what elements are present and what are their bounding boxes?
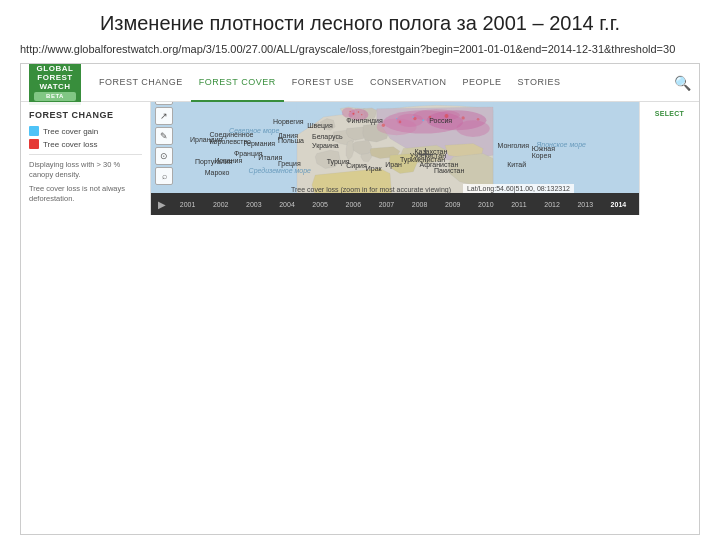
legend-gain-color bbox=[29, 126, 39, 136]
zoom-in-button[interactable]: + bbox=[155, 102, 173, 105]
legend-divider bbox=[29, 154, 142, 155]
legend-note1: Displaying loss with > 30 % canopy densi… bbox=[29, 160, 142, 180]
tree-cover-loss-label: Tree cover loss (zoom in for most accura… bbox=[291, 186, 451, 193]
draw-button[interactable]: ✎ bbox=[155, 127, 173, 145]
legend-gain: Tree cover gain bbox=[29, 126, 142, 136]
right-panel: SELECT bbox=[639, 102, 699, 215]
nav-people[interactable]: PEOPLE bbox=[455, 64, 510, 102]
year-2008[interactable]: 2008 bbox=[403, 201, 436, 208]
year-2003[interactable]: 2003 bbox=[237, 201, 270, 208]
timeline-play-button[interactable]: ▶ bbox=[155, 199, 169, 210]
svg-point-16 bbox=[382, 124, 385, 127]
timeline-bar: ▶ 2001 2002 2003 2004 2005 2006 2007 200… bbox=[151, 193, 639, 215]
year-2004[interactable]: 2004 bbox=[270, 201, 303, 208]
svg-point-11 bbox=[361, 114, 362, 115]
year-2010[interactable]: 2010 bbox=[469, 201, 502, 208]
sidebar-title: FOREST CHANGE bbox=[29, 110, 142, 120]
legend-gain-label: Tree cover gain bbox=[43, 127, 98, 136]
svg-point-17 bbox=[399, 121, 402, 124]
page-container: Изменение плотности лесного полога за 20… bbox=[0, 0, 720, 540]
legend-loss-color bbox=[29, 139, 39, 149]
svg-point-21 bbox=[461, 117, 464, 120]
svg-point-9 bbox=[352, 113, 354, 115]
year-2006[interactable]: 2006 bbox=[337, 201, 370, 208]
nav-forest-change[interactable]: FOREST CHANGE bbox=[91, 64, 191, 102]
nav-conservation[interactable]: CONSERVATION bbox=[362, 64, 455, 102]
year-2007[interactable]: 2007 bbox=[370, 201, 403, 208]
app-navbar: GLOBAL FOREST WATCH BETA FOREST CHANGE F… bbox=[21, 64, 699, 102]
svg-point-15 bbox=[422, 120, 424, 122]
year-2002[interactable]: 2002 bbox=[204, 201, 237, 208]
map-area[interactable]: Норвегия Швеция Финляндия Дания Ирландия… bbox=[151, 102, 639, 215]
coords-bar: Lat/Long:54.60|51.00, 08:132312 bbox=[463, 184, 574, 193]
url-text: http://www.globalforestwatch.org/map/3/1… bbox=[20, 43, 675, 55]
page-title: Изменение плотности лесного полога за 20… bbox=[20, 10, 700, 36]
left-sidebar: FOREST CHANGE Tree cover gain Tree cover… bbox=[21, 102, 151, 215]
svg-point-12 bbox=[349, 111, 350, 112]
year-2005[interactable]: 2005 bbox=[304, 201, 337, 208]
timeline-years: 2001 2002 2003 2004 2005 2006 2007 2008 … bbox=[171, 201, 635, 208]
camera-button[interactable]: ⊙ bbox=[155, 147, 173, 165]
legend-loss: Tree cover loss bbox=[29, 139, 142, 149]
legend-loss-label: Tree cover loss bbox=[43, 140, 97, 149]
svg-point-6 bbox=[413, 110, 460, 122]
year-2012[interactable]: 2012 bbox=[536, 201, 569, 208]
year-2014[interactable]: 2014 bbox=[602, 201, 635, 208]
legend-note2: Tree cover loss is not always deforestat… bbox=[29, 184, 142, 204]
map-search-button[interactable]: ⌕ bbox=[155, 167, 173, 185]
nav-forest-use[interactable]: FOREST USE bbox=[284, 64, 362, 102]
year-2009[interactable]: 2009 bbox=[436, 201, 469, 208]
map-controls: − + ↗ ✎ ⊙ ⌕ bbox=[155, 102, 173, 185]
map-wrapper: GLOBAL FOREST WATCH BETA FOREST CHANGE F… bbox=[20, 63, 700, 535]
right-panel-select[interactable]: SELECT bbox=[655, 110, 684, 117]
svg-point-18 bbox=[413, 117, 416, 120]
crosshair bbox=[419, 148, 433, 162]
map-content: FOREST CHANGE Tree cover gain Tree cover… bbox=[21, 102, 699, 215]
svg-point-10 bbox=[358, 112, 360, 114]
svg-point-8 bbox=[342, 108, 355, 118]
year-2001[interactable]: 2001 bbox=[171, 201, 204, 208]
share-button[interactable]: ↗ bbox=[155, 107, 173, 125]
year-2011[interactable]: 2011 bbox=[502, 201, 535, 208]
nav-stories[interactable]: STORIES bbox=[510, 64, 569, 102]
svg-point-20 bbox=[445, 114, 449, 118]
svg-point-22 bbox=[477, 118, 480, 121]
year-2013[interactable]: 2013 bbox=[569, 201, 602, 208]
app-logo: GLOBAL FOREST WATCH BETA bbox=[29, 63, 81, 105]
nav-items: FOREST CHANGE FOREST COVER FOREST USE CO… bbox=[91, 64, 674, 102]
title-section: Изменение плотности лесного полога за 20… bbox=[20, 10, 700, 36]
search-icon[interactable]: 🔍 bbox=[674, 75, 691, 91]
url-section: http://www.globalforestwatch.org/map/3/1… bbox=[20, 42, 700, 57]
svg-point-13 bbox=[396, 118, 397, 119]
svg-point-19 bbox=[429, 116, 432, 119]
svg-point-4 bbox=[456, 121, 489, 138]
nav-forest-cover[interactable]: FOREST COVER bbox=[191, 64, 284, 102]
